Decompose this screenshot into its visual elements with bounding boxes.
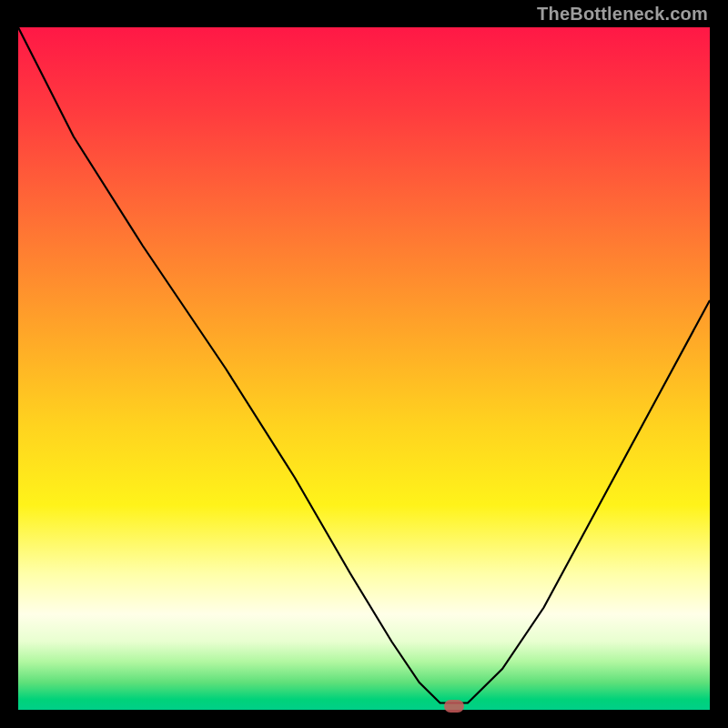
- optimum-marker: [444, 700, 464, 713]
- bottleneck-curve: [18, 27, 710, 710]
- chart-frame: TheBottleneck.com: [0, 0, 728, 728]
- watermark-text: TheBottleneck.com: [537, 4, 708, 25]
